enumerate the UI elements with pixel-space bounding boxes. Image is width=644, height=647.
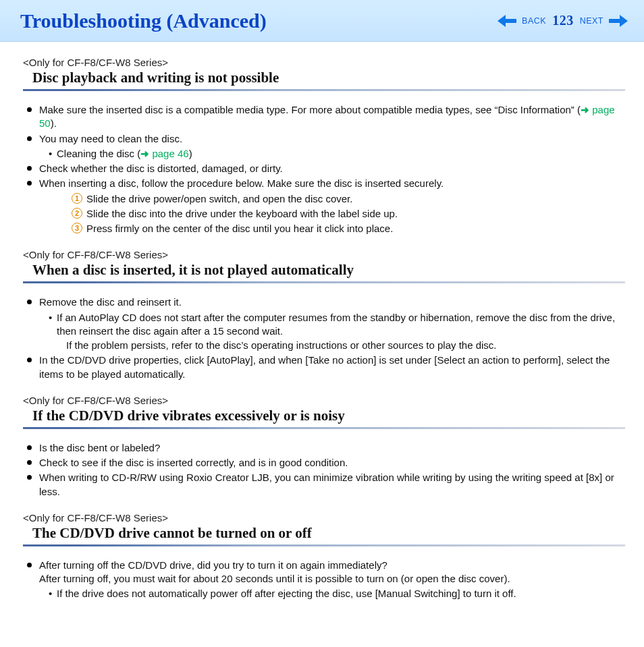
section-heading-vibrates: If the CD/DVD drive vibrates excessively…	[23, 406, 625, 427]
bullet-list: Remove the disc and reinsert it. If an A…	[23, 296, 625, 381]
text: After turning off, you must wait for abo…	[39, 573, 510, 584]
series-tag: <Only for CF-F8/CF-W8 Series>	[23, 57, 625, 68]
step-item: Press firmly on the center of the disc u…	[72, 222, 625, 235]
bullet-list: Is the disc bent or labeled? Check to se…	[23, 441, 625, 499]
next-arrow-icon[interactable]	[608, 15, 629, 27]
list-item: After turning off the CD/DVD drive, did …	[39, 559, 625, 601]
divider	[23, 427, 625, 429]
series-tag: <Only for CF-F8/CF-W8 Series>	[23, 249, 625, 260]
bullet-list: Make sure the inserted disc is a compati…	[23, 103, 625, 235]
next-link[interactable]: NEXT	[579, 16, 605, 26]
text: ).	[51, 117, 57, 129]
list-item: Remove the disc and reinsert it. If an A…	[39, 296, 625, 352]
arrow-icon: ➜	[581, 104, 592, 115]
steps-list: Slide the drive power/open switch, and o…	[72, 192, 625, 236]
nav: BACK 123 NEXT	[496, 13, 629, 28]
back-arrow-icon[interactable]	[496, 15, 518, 27]
text: Remove the disc and reinsert it.	[39, 296, 182, 308]
sub-item: Cleaning the disc (➜ page 46)	[49, 147, 625, 161]
list-item: Is the disc bent or labeled?	[39, 441, 625, 455]
divider	[23, 89, 625, 91]
divider	[23, 281, 625, 283]
list-item: You may need to clean the disc. Cleaning…	[39, 132, 625, 161]
list-item: Check to see if the disc is inserted cor…	[39, 456, 625, 470]
step-item: Slide the disc into the drive under the …	[72, 207, 625, 221]
divider	[23, 544, 625, 546]
page-title: Troubleshooting (Advanced)	[20, 9, 496, 32]
list-item: Check whether the disc is distorted, dam…	[39, 162, 625, 175]
text: When inserting a disc, follow the proced…	[39, 177, 444, 189]
bullet-list: After turning off the CD/DVD drive, did …	[23, 559, 625, 601]
text: )	[189, 148, 192, 159]
series-tag: <Only for CF-F8/CF-W8 Series>	[23, 395, 625, 406]
list-item: When writing to CD-R/RW using Roxio Crea…	[39, 471, 625, 499]
text: After turning off the CD/DVD drive, did …	[39, 559, 387, 571]
page-link[interactable]: page 46	[152, 148, 188, 159]
text: Cleaning the disc (	[57, 148, 140, 159]
text: Make sure the inserted disc is a compati…	[39, 104, 581, 115]
back-link[interactable]: BACK	[520, 16, 547, 26]
list-item: In the CD/DVD drive properties, click [A…	[39, 354, 625, 381]
list-item: Make sure the inserted disc is a compati…	[39, 103, 625, 131]
section-heading-disc-playback: Disc playback and writing is not possibl…	[23, 68, 625, 89]
section-heading-power: The CD/DVD drive cannot be turned on or …	[23, 524, 625, 544]
series-tag: <Only for CF-F8/CF-W8 Series>	[23, 512, 625, 524]
list-item: When inserting a disc, follow the proced…	[39, 177, 625, 235]
content: <Only for CF-F8/CF-W8 Series> Disc playb…	[0, 42, 644, 601]
sub-item: If an AutoPlay CD does not start after t…	[49, 311, 625, 339]
text: You may need to clean the disc.	[39, 133, 182, 144]
sub-item-cont: If the problem persists, refer to the di…	[58, 339, 625, 352]
sub-item: If the drive does not automatically powe…	[49, 587, 625, 600]
arrow-icon: ➜	[140, 148, 152, 159]
step-item: Slide the drive power/open switch, and o…	[72, 192, 625, 206]
header-bar: Troubleshooting (Advanced) BACK 123 NEXT	[0, 0, 644, 42]
page-number: 123	[550, 13, 576, 28]
section-heading-autoplay: When a disc is inserted, it is not playe…	[23, 260, 625, 281]
